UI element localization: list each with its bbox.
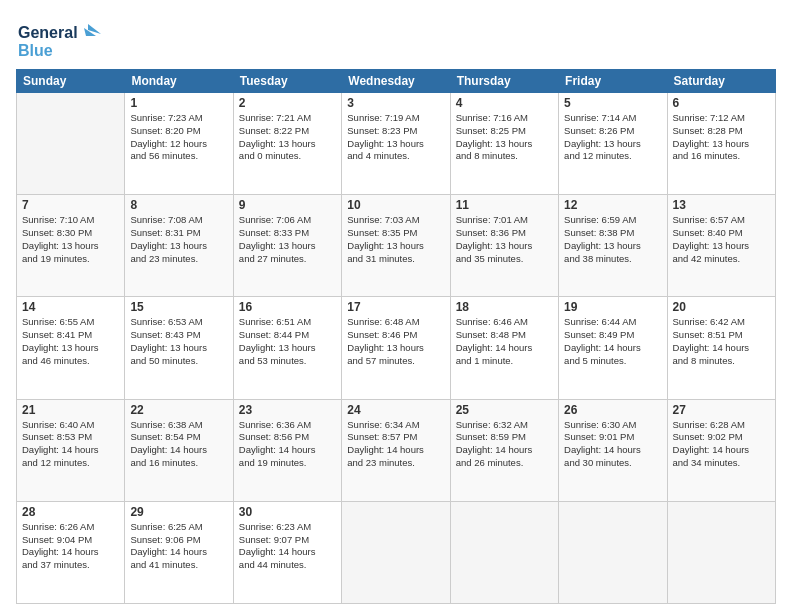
calendar-cell: 29Sunrise: 6:25 AM Sunset: 9:06 PM Dayli… (125, 501, 233, 603)
calendar-cell: 14Sunrise: 6:55 AM Sunset: 8:41 PM Dayli… (17, 297, 125, 399)
calendar-cell (450, 501, 558, 603)
cell-content: Sunrise: 6:25 AM Sunset: 9:06 PM Dayligh… (130, 521, 227, 572)
day-number: 22 (130, 403, 227, 417)
week-row-0: 1Sunrise: 7:23 AM Sunset: 8:20 PM Daylig… (17, 93, 776, 195)
calendar-cell: 8Sunrise: 7:08 AM Sunset: 8:31 PM Daylig… (125, 195, 233, 297)
calendar-cell: 18Sunrise: 6:46 AM Sunset: 8:48 PM Dayli… (450, 297, 558, 399)
cell-content: Sunrise: 6:40 AM Sunset: 8:53 PM Dayligh… (22, 419, 119, 470)
day-number: 17 (347, 300, 444, 314)
cell-content: Sunrise: 7:01 AM Sunset: 8:36 PM Dayligh… (456, 214, 553, 265)
cell-content: Sunrise: 6:44 AM Sunset: 8:49 PM Dayligh… (564, 316, 661, 367)
col-header-sunday: Sunday (17, 70, 125, 93)
week-row-4: 28Sunrise: 6:26 AM Sunset: 9:04 PM Dayli… (17, 501, 776, 603)
cell-content: Sunrise: 6:34 AM Sunset: 8:57 PM Dayligh… (347, 419, 444, 470)
day-number: 14 (22, 300, 119, 314)
cell-content: Sunrise: 6:51 AM Sunset: 8:44 PM Dayligh… (239, 316, 336, 367)
svg-text:General: General (18, 24, 78, 41)
col-header-tuesday: Tuesday (233, 70, 341, 93)
calendar-cell: 13Sunrise: 6:57 AM Sunset: 8:40 PM Dayli… (667, 195, 775, 297)
day-number: 5 (564, 96, 661, 110)
day-number: 20 (673, 300, 770, 314)
calendar-cell: 1Sunrise: 7:23 AM Sunset: 8:20 PM Daylig… (125, 93, 233, 195)
day-number: 2 (239, 96, 336, 110)
day-number: 11 (456, 198, 553, 212)
col-header-wednesday: Wednesday (342, 70, 450, 93)
calendar-cell: 4Sunrise: 7:16 AM Sunset: 8:25 PM Daylig… (450, 93, 558, 195)
day-number: 25 (456, 403, 553, 417)
cell-content: Sunrise: 7:06 AM Sunset: 8:33 PM Dayligh… (239, 214, 336, 265)
logo: General Blue (16, 16, 106, 61)
cell-content: Sunrise: 7:12 AM Sunset: 8:28 PM Dayligh… (673, 112, 770, 163)
day-number: 1 (130, 96, 227, 110)
day-number: 19 (564, 300, 661, 314)
day-number: 16 (239, 300, 336, 314)
cell-content: Sunrise: 6:23 AM Sunset: 9:07 PM Dayligh… (239, 521, 336, 572)
calendar-cell: 22Sunrise: 6:38 AM Sunset: 8:54 PM Dayli… (125, 399, 233, 501)
cell-content: Sunrise: 7:23 AM Sunset: 8:20 PM Dayligh… (130, 112, 227, 163)
calendar-cell: 27Sunrise: 6:28 AM Sunset: 9:02 PM Dayli… (667, 399, 775, 501)
logo-icon: General Blue (16, 16, 106, 61)
calendar-cell: 24Sunrise: 6:34 AM Sunset: 8:57 PM Dayli… (342, 399, 450, 501)
calendar-cell: 19Sunrise: 6:44 AM Sunset: 8:49 PM Dayli… (559, 297, 667, 399)
calendar-cell: 16Sunrise: 6:51 AM Sunset: 8:44 PM Dayli… (233, 297, 341, 399)
cell-content: Sunrise: 7:03 AM Sunset: 8:35 PM Dayligh… (347, 214, 444, 265)
header: General Blue (16, 16, 776, 61)
calendar-cell: 20Sunrise: 6:42 AM Sunset: 8:51 PM Dayli… (667, 297, 775, 399)
day-number: 27 (673, 403, 770, 417)
calendar-cell: 6Sunrise: 7:12 AM Sunset: 8:28 PM Daylig… (667, 93, 775, 195)
day-number: 4 (456, 96, 553, 110)
col-header-monday: Monday (125, 70, 233, 93)
cell-content: Sunrise: 6:38 AM Sunset: 8:54 PM Dayligh… (130, 419, 227, 470)
cell-content: Sunrise: 6:59 AM Sunset: 8:38 PM Dayligh… (564, 214, 661, 265)
day-number: 9 (239, 198, 336, 212)
cell-content: Sunrise: 6:53 AM Sunset: 8:43 PM Dayligh… (130, 316, 227, 367)
day-number: 18 (456, 300, 553, 314)
cell-content: Sunrise: 7:08 AM Sunset: 8:31 PM Dayligh… (130, 214, 227, 265)
day-number: 29 (130, 505, 227, 519)
cell-content: Sunrise: 7:21 AM Sunset: 8:22 PM Dayligh… (239, 112, 336, 163)
calendar-cell: 11Sunrise: 7:01 AM Sunset: 8:36 PM Dayli… (450, 195, 558, 297)
cell-content: Sunrise: 6:32 AM Sunset: 8:59 PM Dayligh… (456, 419, 553, 470)
cell-content: Sunrise: 7:19 AM Sunset: 8:23 PM Dayligh… (347, 112, 444, 163)
day-number: 15 (130, 300, 227, 314)
cell-content: Sunrise: 6:36 AM Sunset: 8:56 PM Dayligh… (239, 419, 336, 470)
header-row: SundayMondayTuesdayWednesdayThursdayFrid… (17, 70, 776, 93)
calendar-cell: 9Sunrise: 7:06 AM Sunset: 8:33 PM Daylig… (233, 195, 341, 297)
calendar-cell: 25Sunrise: 6:32 AM Sunset: 8:59 PM Dayli… (450, 399, 558, 501)
page: General Blue SundayMondayTuesdayWednesda… (0, 0, 792, 612)
day-number: 23 (239, 403, 336, 417)
day-number: 10 (347, 198, 444, 212)
week-row-2: 14Sunrise: 6:55 AM Sunset: 8:41 PM Dayli… (17, 297, 776, 399)
cell-content: Sunrise: 7:14 AM Sunset: 8:26 PM Dayligh… (564, 112, 661, 163)
cell-content: Sunrise: 6:28 AM Sunset: 9:02 PM Dayligh… (673, 419, 770, 470)
calendar-cell: 23Sunrise: 6:36 AM Sunset: 8:56 PM Dayli… (233, 399, 341, 501)
calendar-cell: 3Sunrise: 7:19 AM Sunset: 8:23 PM Daylig… (342, 93, 450, 195)
week-row-1: 7Sunrise: 7:10 AM Sunset: 8:30 PM Daylig… (17, 195, 776, 297)
day-number: 7 (22, 198, 119, 212)
cell-content: Sunrise: 6:26 AM Sunset: 9:04 PM Dayligh… (22, 521, 119, 572)
day-number: 12 (564, 198, 661, 212)
day-number: 8 (130, 198, 227, 212)
day-number: 3 (347, 96, 444, 110)
cell-content: Sunrise: 6:30 AM Sunset: 9:01 PM Dayligh… (564, 419, 661, 470)
calendar-cell (559, 501, 667, 603)
svg-text:Blue: Blue (18, 42, 53, 59)
calendar-cell: 17Sunrise: 6:48 AM Sunset: 8:46 PM Dayli… (342, 297, 450, 399)
day-number: 13 (673, 198, 770, 212)
cell-content: Sunrise: 6:42 AM Sunset: 8:51 PM Dayligh… (673, 316, 770, 367)
calendar-cell: 10Sunrise: 7:03 AM Sunset: 8:35 PM Dayli… (342, 195, 450, 297)
cell-content: Sunrise: 6:55 AM Sunset: 8:41 PM Dayligh… (22, 316, 119, 367)
calendar-cell: 7Sunrise: 7:10 AM Sunset: 8:30 PM Daylig… (17, 195, 125, 297)
calendar-cell (667, 501, 775, 603)
cell-content: Sunrise: 7:10 AM Sunset: 8:30 PM Dayligh… (22, 214, 119, 265)
cell-content: Sunrise: 7:16 AM Sunset: 8:25 PM Dayligh… (456, 112, 553, 163)
calendar-cell: 5Sunrise: 7:14 AM Sunset: 8:26 PM Daylig… (559, 93, 667, 195)
calendar-cell: 26Sunrise: 6:30 AM Sunset: 9:01 PM Dayli… (559, 399, 667, 501)
cell-content: Sunrise: 6:57 AM Sunset: 8:40 PM Dayligh… (673, 214, 770, 265)
calendar-table: SundayMondayTuesdayWednesdayThursdayFrid… (16, 69, 776, 604)
calendar-cell: 15Sunrise: 6:53 AM Sunset: 8:43 PM Dayli… (125, 297, 233, 399)
col-header-saturday: Saturday (667, 70, 775, 93)
day-number: 30 (239, 505, 336, 519)
calendar-cell: 2Sunrise: 7:21 AM Sunset: 8:22 PM Daylig… (233, 93, 341, 195)
cell-content: Sunrise: 6:48 AM Sunset: 8:46 PM Dayligh… (347, 316, 444, 367)
